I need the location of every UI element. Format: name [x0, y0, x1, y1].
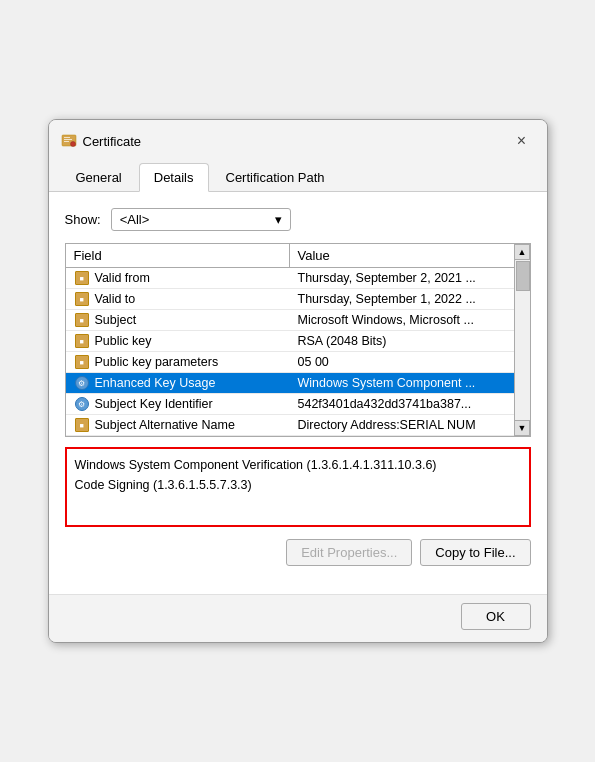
scroll-up-button[interactable]: ▲	[514, 244, 530, 260]
table-row[interactable]: ■ Public key parameters 05 00	[66, 352, 514, 373]
table-row[interactable]: ■ Valid from Thursday, September 2, 2021…	[66, 268, 514, 289]
certificate-dialog: Certificate × General Details Certificat…	[48, 119, 548, 643]
row-icon: ■	[74, 355, 90, 369]
footer: OK	[49, 594, 547, 642]
tab-content: Show: <All> ▾ Field Value	[49, 192, 547, 594]
svg-rect-3	[64, 141, 69, 142]
row-icon: ⚙	[74, 397, 90, 411]
detail-line-2: Code Signing (1.3.6.1.5.5.7.3.3)	[75, 475, 521, 495]
gear-icon: ⚙	[75, 397, 89, 411]
table-row[interactable]: ■ Valid to Thursday, September 1, 2022 .…	[66, 289, 514, 310]
ok-button[interactable]: OK	[461, 603, 531, 630]
svg-point-4	[70, 142, 75, 147]
svg-rect-1	[64, 137, 70, 138]
copy-to-file-button[interactable]: Copy to File...	[420, 539, 530, 566]
cell-value: 542f3401da432dd3741ba387...	[290, 394, 514, 414]
show-dropdown[interactable]: <All> ▾	[111, 208, 291, 231]
show-label: Show:	[65, 212, 101, 227]
gear-icon: ⚙	[75, 376, 89, 390]
scroll-down-button[interactable]: ▼	[514, 420, 530, 436]
dialog-title: Certificate	[83, 134, 142, 149]
table-row[interactable]: ■ Subject Microsoft Windows, Microsoft .…	[66, 310, 514, 331]
title-bar: Certificate ×	[49, 120, 547, 162]
action-buttons: Edit Properties... Copy to File...	[65, 539, 531, 566]
cell-field: ■ Subject	[66, 310, 290, 330]
doc-icon: ■	[75, 313, 89, 327]
row-icon: ■	[74, 334, 90, 348]
tabs-bar: General Details Certification Path	[49, 162, 547, 192]
cell-field: ■ Valid from	[66, 268, 290, 288]
detail-value-box: Windows System Component Verification (1…	[65, 447, 531, 527]
cell-value: RSA (2048 Bits)	[290, 331, 514, 351]
cell-value: 05 00	[290, 352, 514, 372]
dropdown-arrow-icon: ▾	[275, 212, 282, 227]
table-scrollbar[interactable]: ▲ ▼	[514, 244, 530, 436]
edit-properties-button[interactable]: Edit Properties...	[286, 539, 412, 566]
cell-field: ■ Valid to	[66, 289, 290, 309]
table-header: Field Value	[66, 244, 514, 268]
tab-general[interactable]: General	[61, 163, 137, 192]
col-field: Field	[66, 244, 290, 267]
svg-rect-2	[64, 139, 72, 140]
scroll-thumb[interactable]	[516, 261, 530, 291]
table-row[interactable]: ■ Public key RSA (2048 Bits)	[66, 331, 514, 352]
close-button[interactable]: ×	[509, 128, 535, 154]
table-body: ■ Valid from Thursday, September 2, 2021…	[66, 268, 514, 436]
cell-value: Windows System Component ...	[290, 373, 514, 393]
show-row: Show: <All> ▾	[65, 208, 531, 231]
doc-icon: ■	[75, 418, 89, 432]
table-row[interactable]: ⚙ Enhanced Key Usage Windows System Comp…	[66, 373, 514, 394]
row-icon: ■	[74, 292, 90, 306]
row-icon: ■	[74, 418, 90, 432]
cell-value: Thursday, September 1, 2022 ...	[290, 289, 514, 309]
show-value: <All>	[120, 212, 150, 227]
doc-icon: ■	[75, 292, 89, 306]
table-inner: Field Value ■ Valid from Thursday, Septe…	[66, 244, 514, 436]
row-icon: ■	[74, 271, 90, 285]
cell-field: ■ Public key parameters	[66, 352, 290, 372]
cell-value: Directory Address:SERIAL NUM	[290, 415, 514, 435]
cell-field: ■ Public key	[66, 331, 290, 351]
detail-line-1: Windows System Component Verification (1…	[75, 455, 521, 475]
tab-certification-path[interactable]: Certification Path	[211, 163, 340, 192]
scroll-track	[515, 260, 530, 420]
table-row[interactable]: ⚙ Subject Key Identifier 542f3401da432dd…	[66, 394, 514, 415]
cell-value: Microsoft Windows, Microsoft ...	[290, 310, 514, 330]
cell-field: ⚙ Enhanced Key Usage	[66, 373, 290, 393]
certificate-icon	[61, 133, 77, 149]
cell-field: ■ Subject Alternative Name	[66, 415, 290, 435]
cell-field: ⚙ Subject Key Identifier	[66, 394, 290, 414]
doc-icon: ■	[75, 355, 89, 369]
row-icon: ■	[74, 313, 90, 327]
table-row[interactable]: ■ Subject Alternative Name Directory Add…	[66, 415, 514, 436]
doc-icon: ■	[75, 334, 89, 348]
tab-details[interactable]: Details	[139, 163, 209, 192]
cell-value: Thursday, September 2, 2021 ...	[290, 268, 514, 288]
fields-table: Field Value ■ Valid from Thursday, Septe…	[65, 243, 531, 437]
row-icon: ⚙	[74, 376, 90, 390]
title-bar-left: Certificate	[61, 133, 142, 149]
col-value: Value	[290, 244, 514, 267]
doc-icon: ■	[75, 271, 89, 285]
